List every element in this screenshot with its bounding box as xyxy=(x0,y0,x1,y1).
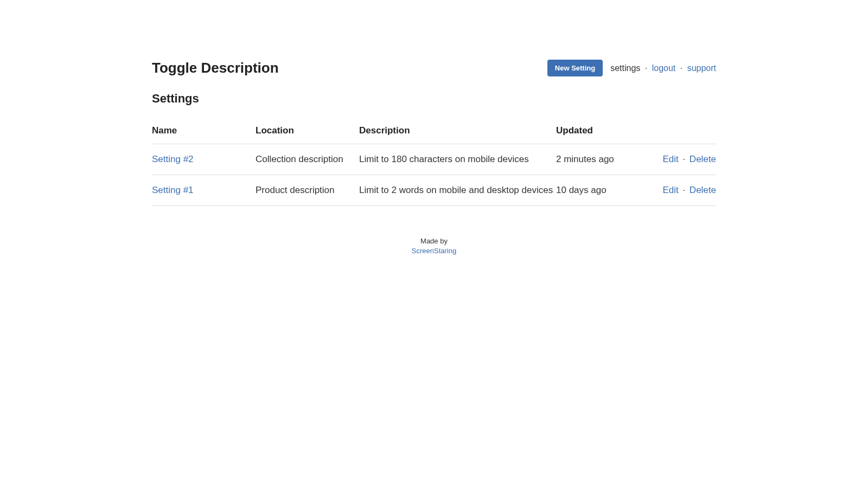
setting-name-link[interactable]: Setting #1 xyxy=(152,185,194,195)
settings-table: Name Location Description Updated Settin… xyxy=(152,120,716,206)
column-name-header: Name xyxy=(152,120,256,144)
nav-support-link[interactable]: support xyxy=(687,63,716,73)
table-row: Setting #1 Product description Limit to … xyxy=(152,175,716,206)
column-location-header: Location xyxy=(256,120,359,144)
top-nav: settings · logout · support xyxy=(610,63,716,73)
delete-link[interactable]: Delete xyxy=(690,185,716,195)
new-setting-button[interactable]: New Setting xyxy=(547,60,603,76)
setting-location: Product description xyxy=(256,175,359,206)
delete-link[interactable]: Delete xyxy=(690,154,716,164)
actions-separator: · xyxy=(680,185,688,195)
setting-updated: 10 days ago xyxy=(556,175,660,206)
column-updated-header: Updated xyxy=(556,120,660,144)
edit-link[interactable]: Edit xyxy=(662,154,678,164)
nav-logout-link[interactable]: logout xyxy=(652,63,676,73)
table-row: Setting #2 Collection description Limit … xyxy=(152,144,716,175)
table-header-row: Name Location Description Updated xyxy=(152,120,716,144)
footer: Made by ScreenStaring xyxy=(152,236,716,256)
nav-separator: · xyxy=(678,63,685,73)
setting-updated: 2 minutes ago xyxy=(556,144,660,175)
page-container: Toggle Description New Setting settings … xyxy=(152,0,716,256)
column-description-header: Description xyxy=(359,120,556,144)
setting-location: Collection description xyxy=(256,144,359,175)
nav-separator: · xyxy=(642,63,649,73)
footer-company-link[interactable]: ScreenStaring xyxy=(412,247,456,255)
header: Toggle Description New Setting settings … xyxy=(152,60,716,76)
footer-made-by: Made by xyxy=(420,237,448,245)
edit-link[interactable]: Edit xyxy=(662,185,678,195)
page-title: Toggle Description xyxy=(152,60,279,76)
setting-description: Limit to 180 characters on mobile device… xyxy=(359,144,556,175)
section-title: Settings xyxy=(152,92,716,106)
setting-name-link[interactable]: Setting #2 xyxy=(152,154,194,164)
nav-settings-text: settings xyxy=(610,63,640,73)
column-actions-header xyxy=(660,120,716,144)
actions-separator: · xyxy=(680,154,688,164)
header-right: New Setting settings · logout · support xyxy=(547,60,716,76)
setting-description: Limit to 2 words on mobile and desktop d… xyxy=(359,175,556,206)
